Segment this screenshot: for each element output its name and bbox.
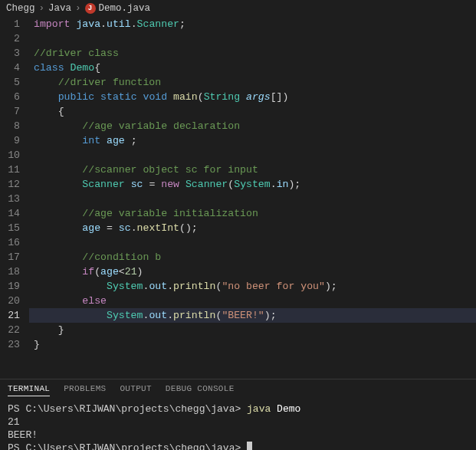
code-line[interactable] <box>29 235 476 250</box>
breadcrumb-part[interactable]: Chegg <box>6 3 35 14</box>
line-number: 19 <box>0 279 20 294</box>
terminal-cursor <box>247 442 252 450</box>
code-line[interactable]: //condition b <box>29 250 476 264</box>
code-line[interactable] <box>29 192 476 206</box>
code-line[interactable]: else <box>29 294 476 308</box>
line-number: 2 <box>0 31 20 46</box>
code-line[interactable]: //driver function <box>29 75 476 90</box>
line-gutter: 1234567891011121314151617181920212223 <box>0 17 29 379</box>
line-number: 6 <box>0 90 20 104</box>
code-line[interactable]: //driver class <box>29 46 476 61</box>
code-line[interactable]: public static void main(String args[]) <box>29 90 476 104</box>
line-number: 20 <box>0 294 20 308</box>
tab-output[interactable]: OUTPUT <box>120 384 151 396</box>
terminal-prompt: PS C:\Users\RIJWAN\projects\chegg\java> <box>8 403 247 415</box>
line-number: 22 <box>0 323 20 337</box>
terminal-line: 21 <box>8 416 20 428</box>
code-line[interactable] <box>29 148 476 163</box>
line-number: 8 <box>0 119 20 133</box>
terminal-prompt: PS C:\Users\RIJWAN\projects\chegg\java> <box>8 442 247 450</box>
code-line[interactable]: System.out.println("BEER!"); <box>29 308 476 323</box>
code-line[interactable]: class Demo{ <box>29 61 476 75</box>
line-number: 1 <box>0 17 20 31</box>
line-number: 21 <box>0 308 20 323</box>
line-number: 17 <box>0 250 20 264</box>
code-line[interactable]: int age ; <box>29 133 476 148</box>
terminal-line: BEER! <box>8 429 38 441</box>
code-line[interactable]: age = sc.nextInt(); <box>29 221 476 235</box>
line-number: 14 <box>0 206 20 221</box>
line-number: 3 <box>0 46 20 61</box>
code-line[interactable]: Scanner sc = new Scanner(System.in); <box>29 177 476 192</box>
code-line[interactable]: { <box>29 104 476 119</box>
bottom-panel: TERMINAL PROBLEMS OUTPUT DEBUG CONSOLE P… <box>0 379 476 450</box>
chevron-right-icon: › <box>75 3 81 14</box>
breadcrumb-file[interactable]: Demo.java <box>99 3 151 14</box>
terminal-arg: Demo <box>277 403 300 415</box>
code-line[interactable]: System.out.println("no beer for you"); <box>29 279 476 294</box>
terminal-command: java <box>247 403 277 415</box>
code-line[interactable]: } <box>29 337 476 352</box>
line-number: 5 <box>0 75 20 90</box>
code-line[interactable]: //scanner object sc for input <box>29 163 476 177</box>
code-line[interactable] <box>29 31 476 46</box>
code-line[interactable]: //age variable declaration <box>29 119 476 133</box>
tab-debug-console[interactable]: DEBUG CONSOLE <box>166 384 235 396</box>
code-line[interactable]: } <box>29 323 476 337</box>
line-number: 7 <box>0 104 20 119</box>
line-number: 15 <box>0 221 20 235</box>
line-number: 16 <box>0 235 20 250</box>
tab-terminal[interactable]: TERMINAL <box>8 384 50 396</box>
line-number: 23 <box>0 337 20 352</box>
line-number: 13 <box>0 192 20 206</box>
java-file-icon: J <box>85 3 96 14</box>
line-number: 12 <box>0 177 20 192</box>
code-line[interactable]: if(age<21) <box>29 264 476 279</box>
terminal-output[interactable]: PS C:\Users\RIJWAN\projects\chegg\java> … <box>0 402 476 450</box>
line-number: 11 <box>0 163 20 177</box>
line-number: 10 <box>0 148 20 163</box>
code-editor[interactable]: 1234567891011121314151617181920212223 im… <box>0 17 476 379</box>
breadcrumb: Chegg › Java › J Demo.java <box>0 0 476 17</box>
line-number: 18 <box>0 264 20 279</box>
breadcrumb-part[interactable]: Java <box>48 3 71 14</box>
line-number: 4 <box>0 61 20 75</box>
chevron-right-icon: › <box>39 3 45 14</box>
line-number: 9 <box>0 133 20 148</box>
tab-problems[interactable]: PROBLEMS <box>64 384 106 396</box>
code-area[interactable]: import java.util.Scanner;//driver classc… <box>29 17 476 379</box>
code-line[interactable]: import java.util.Scanner; <box>29 17 476 31</box>
code-line[interactable]: //age variable initialization <box>29 206 476 221</box>
panel-tabs: TERMINAL PROBLEMS OUTPUT DEBUG CONSOLE <box>0 379 476 402</box>
